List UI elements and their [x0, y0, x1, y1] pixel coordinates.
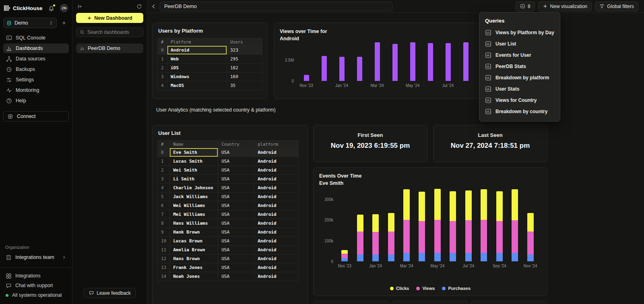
- table-cell[interactable]: USA: [218, 228, 254, 237]
- table-cell[interactable]: Android: [254, 201, 299, 210]
- table-cell[interactable]: MacOS: [167, 81, 227, 90]
- global-filters-button[interactable]: Global filters: [595, 2, 638, 11]
- new-visualization-button[interactable]: New visualization: [538, 2, 592, 11]
- stacked-bar[interactable]: [496, 191, 503, 261]
- dashboard-item-peerdb-demo[interactable]: PeerDB Demo: [76, 43, 143, 53]
- stacked-bar[interactable]: [465, 190, 472, 261]
- table-row[interactable]: 4MacOS35: [158, 81, 262, 90]
- table-cell[interactable]: Android: [254, 228, 299, 237]
- query-item-breakdown-by-country[interactable]: Breakdown by country: [479, 106, 560, 117]
- bar[interactable]: [463, 42, 469, 81]
- queries-count-button[interactable]: 8: [516, 2, 535, 11]
- stacked-bar[interactable]: [527, 213, 534, 261]
- table-cell[interactable]: Noah Jones: [170, 272, 218, 281]
- table-row[interactable]: 5Jack WilliamsUSAAndroid: [158, 192, 299, 201]
- table-cell[interactable]: USA: [218, 254, 254, 263]
- table-row[interactable]: 4Charlie JohnsonUSAAndroid: [158, 184, 299, 192]
- row-index-cell[interactable]: 6: [158, 201, 170, 210]
- query-item-peerdb-stats[interactable]: PeerDB Stats: [479, 61, 560, 72]
- connect-button[interactable]: Connect: [3, 111, 69, 122]
- dashboard-title-input[interactable]: [160, 2, 392, 11]
- row-index-cell[interactable]: 3: [158, 72, 167, 81]
- table-cell[interactable]: Android: [167, 46, 227, 55]
- row-index-cell[interactable]: 9: [158, 228, 170, 237]
- table-cell[interactable]: Charlie Johnson: [170, 184, 218, 192]
- table-row[interactable]: 7Mei WilliamsUSAAndroid: [158, 210, 299, 219]
- table-cell[interactable]: Web: [167, 55, 227, 64]
- row-index-cell[interactable]: 1: [158, 157, 170, 166]
- bar[interactable]: [304, 75, 309, 81]
- table-cell[interactable]: Android: [254, 210, 299, 219]
- table-row[interactable]: 3Windows160: [158, 72, 262, 81]
- row-index-cell[interactable]: 5: [158, 192, 170, 201]
- workspace-selector[interactable]: Demo: [3, 18, 57, 28]
- table-row[interactable]: 3Li SmithUSAAndroid: [158, 175, 299, 184]
- table-cell[interactable]: USA: [218, 184, 254, 192]
- bar[interactable]: [446, 43, 451, 81]
- table-cell[interactable]: Android: [254, 175, 299, 184]
- sidebar-item-dashboards[interactable]: Dashboards: [3, 43, 69, 53]
- table-cell[interactable]: USA: [218, 148, 254, 157]
- stacked-bar[interactable]: [388, 213, 394, 261]
- stacked-bar[interactable]: [481, 189, 487, 261]
- dashboard-search[interactable]: [76, 27, 143, 37]
- sidebar-item-data-sources[interactable]: Data sources: [3, 54, 69, 64]
- footer-item-integrations[interactable]: Integrations: [0, 271, 72, 281]
- query-item-breakdown-by-platform[interactable]: Breakdown by platform: [479, 72, 560, 83]
- stacked-bar[interactable]: [419, 192, 425, 261]
- row-index-cell[interactable]: 12: [158, 254, 170, 263]
- row-index-cell[interactable]: 8: [158, 219, 170, 228]
- bar[interactable]: [392, 44, 398, 81]
- bar[interactable]: [357, 57, 362, 81]
- footer-item-chat-with-support[interactable]: Chat with support: [0, 281, 72, 290]
- table-cell[interactable]: Hans Williams: [170, 219, 218, 228]
- table-row[interactable]: 10Lucas BrownUSAAndroid: [158, 237, 299, 246]
- table-row[interactable]: 1Lucas SmithUSAAndroid: [158, 157, 299, 166]
- organization-team-button[interactable]: Integrations team: [3, 252, 69, 263]
- table-cell[interactable]: Amelia Brown: [170, 246, 218, 254]
- table-row[interactable]: 14Noah JonesUSAAndroid: [158, 272, 299, 281]
- table-cell[interactable]: USA: [218, 272, 254, 281]
- footer-item-all-systems-operational[interactable]: All systems operational: [0, 290, 72, 300]
- table-cell[interactable]: USA: [218, 246, 254, 254]
- table-cell[interactable]: USA: [218, 192, 254, 201]
- row-index-cell[interactable]: 10: [158, 237, 170, 246]
- table-cell[interactable]: Eve Smith: [170, 148, 218, 157]
- table-cell[interactable]: Android: [254, 157, 299, 166]
- table-row[interactable]: 2iOS182: [158, 64, 262, 72]
- table-row[interactable]: 6Wei WilliamsUSAAndroid: [158, 201, 299, 210]
- table-cell[interactable]: USA: [218, 201, 254, 210]
- query-item-user-stats[interactable]: User Stats: [479, 83, 560, 95]
- table-cell[interactable]: Android: [254, 219, 299, 228]
- stacked-bar[interactable]: [357, 215, 363, 261]
- table-row[interactable]: 8Hans WilliamsUSAAndroid: [158, 219, 299, 228]
- refresh-icon[interactable]: [136, 4, 142, 9]
- table-cell[interactable]: 323: [227, 46, 262, 55]
- row-index-cell[interactable]: 4: [158, 184, 170, 192]
- table-row[interactable]: 9Hank BrownUSAAndroid: [158, 228, 299, 237]
- table-cell[interactable]: Windows: [167, 72, 227, 81]
- table-cell[interactable]: Android: [254, 184, 299, 192]
- row-index-cell[interactable]: 11: [158, 246, 170, 254]
- row-index-cell[interactable]: 14: [158, 272, 170, 281]
- notifications-button[interactable]: [48, 5, 54, 11]
- table-cell[interactable]: Lucas Smith: [170, 157, 218, 166]
- table-cell[interactable]: Android: [254, 272, 299, 281]
- dashboard-search-input[interactable]: [87, 29, 150, 35]
- add-workspace-button[interactable]: [59, 18, 69, 28]
- stacked-bar[interactable]: [450, 191, 456, 261]
- bar[interactable]: [339, 57, 345, 81]
- table-cell[interactable]: 160: [227, 72, 262, 81]
- table-row[interactable]: 0Eve SmithUSAAndroid: [158, 148, 299, 157]
- table-cell[interactable]: Android: [254, 263, 299, 272]
- table-cell[interactable]: Android: [254, 237, 299, 246]
- table-cell[interactable]: Android: [254, 148, 299, 157]
- table-cell[interactable]: Android: [254, 166, 299, 175]
- table-cell[interactable]: USA: [218, 237, 254, 246]
- collapse-panel-icon[interactable]: [77, 4, 83, 9]
- table-row[interactable]: 13Frank JonesUSAAndroid: [158, 263, 299, 272]
- table-cell[interactable]: Hank Brown: [170, 228, 218, 237]
- table-cell[interactable]: USA: [218, 219, 254, 228]
- query-item-views-for-country[interactable]: Views for Country: [479, 95, 560, 106]
- row-index-cell[interactable]: 0: [158, 148, 170, 157]
